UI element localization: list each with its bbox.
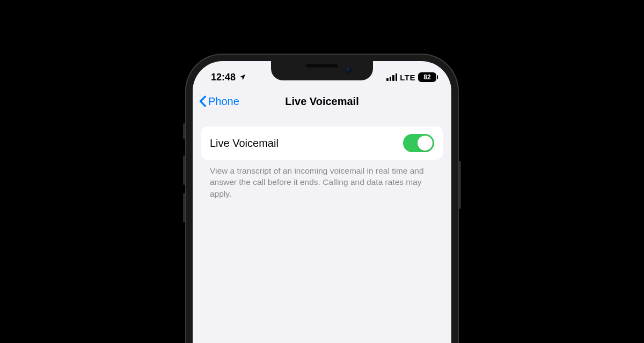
network-type: LTE bbox=[400, 73, 415, 82]
phone-frame: 12:48 LTE 82 Phone bbox=[185, 54, 459, 343]
setting-label: Live Voicemail bbox=[210, 137, 279, 150]
toggle-knob bbox=[418, 136, 433, 151]
setting-description: View a transcript of an incoming voicema… bbox=[201, 160, 443, 199]
screen: 12:48 LTE 82 Phone bbox=[193, 61, 451, 343]
settings-content: Live Voicemail View a transcript of an i… bbox=[193, 115, 451, 199]
battery-icon: 82 bbox=[418, 72, 436, 82]
status-left: 12:48 bbox=[211, 72, 246, 83]
back-button[interactable]: Phone bbox=[199, 95, 239, 108]
live-voicemail-toggle[interactable] bbox=[403, 134, 434, 152]
display-notch bbox=[271, 61, 373, 80]
battery-percent: 82 bbox=[423, 73, 430, 81]
power-button bbox=[459, 161, 461, 209]
chevron-left-icon bbox=[199, 95, 207, 107]
front-camera bbox=[345, 66, 352, 73]
status-right: LTE 82 bbox=[386, 72, 436, 82]
location-icon bbox=[239, 73, 246, 81]
navigation-bar: Phone Live Voicemail bbox=[193, 88, 451, 115]
status-time: 12:48 bbox=[211, 72, 236, 83]
earpiece-speaker bbox=[306, 64, 338, 68]
live-voicemail-row: Live Voicemail bbox=[201, 126, 443, 160]
volume-up-button bbox=[183, 155, 185, 185]
cellular-signal-icon bbox=[386, 73, 397, 81]
back-label: Phone bbox=[208, 95, 239, 108]
silence-switch bbox=[183, 123, 185, 139]
volume-down-button bbox=[183, 193, 185, 222]
